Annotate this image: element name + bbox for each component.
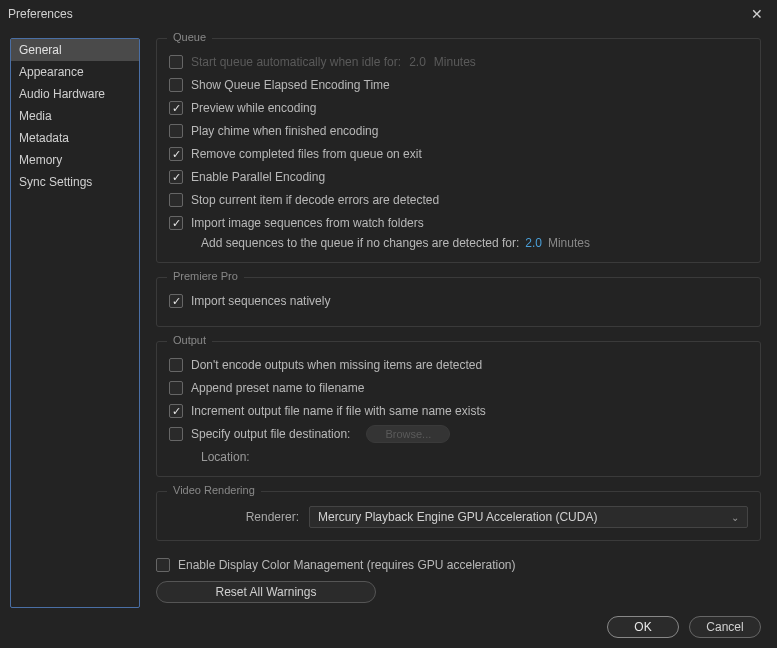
sidebar-item-label: Metadata (19, 131, 69, 145)
label-import-watch[interactable]: Import image sequences from watch folder… (191, 216, 424, 230)
group-title: Video Rendering (167, 484, 261, 496)
label-append-preset[interactable]: Append preset name to filename (191, 381, 364, 395)
checkbox-remove-completed[interactable] (169, 147, 183, 161)
checkbox-stop-decode-err[interactable] (169, 193, 183, 207)
sidebar-item-label: Media (19, 109, 52, 123)
group-video-rendering: Video Rendering Renderer: Mercury Playba… (156, 491, 761, 541)
checkbox-import-native[interactable] (169, 294, 183, 308)
sidebar-item-media[interactable]: Media (11, 105, 139, 127)
sidebar-item-label: Sync Settings (19, 175, 92, 189)
checkbox-chime[interactable] (169, 124, 183, 138)
sidebar-item-metadata[interactable]: Metadata (11, 127, 139, 149)
label-preview[interactable]: Preview while encoding (191, 101, 316, 115)
label-remove-completed[interactable]: Remove completed files from queue on exi… (191, 147, 422, 161)
sidebar-item-label: Memory (19, 153, 62, 167)
chevron-down-icon: ⌄ (731, 512, 739, 523)
checkbox-specify-dest[interactable] (169, 427, 183, 441)
sidebar-item-memory[interactable]: Memory (11, 149, 139, 171)
sidebar-item-label: Appearance (19, 65, 84, 79)
titlebar: Preferences ✕ (0, 0, 777, 28)
sidebar-item-label: Audio Hardware (19, 87, 105, 101)
checkbox-import-watch[interactable] (169, 216, 183, 230)
sidebar-item-audio-hardware[interactable]: Audio Hardware (11, 83, 139, 105)
sidebar-item-label: General (19, 43, 62, 57)
checkbox-show-elapsed[interactable] (169, 78, 183, 92)
group-premiere: Premiere Pro Import sequences natively (156, 277, 761, 327)
checkbox-append-preset[interactable] (169, 381, 183, 395)
browse-button: Browse... (366, 425, 450, 443)
label-stop-decode-err[interactable]: Stop current item if decode errors are d… (191, 193, 439, 207)
value-start-auto[interactable]: 2.0 (409, 55, 426, 69)
label-increment[interactable]: Increment output file name if file with … (191, 404, 486, 418)
cancel-button[interactable]: Cancel (689, 616, 761, 638)
label-show-elapsed[interactable]: Show Queue Elapsed Encoding Time (191, 78, 390, 92)
checkbox-preview[interactable] (169, 101, 183, 115)
checkbox-increment[interactable] (169, 404, 183, 418)
renderer-label: Renderer: (169, 510, 299, 524)
window-title: Preferences (8, 7, 73, 21)
label-chime[interactable]: Play chime when finished encoding (191, 124, 378, 138)
group-output: Output Don't encode outputs when missing… (156, 341, 761, 477)
label-specify-dest[interactable]: Specify output file destination: (191, 427, 350, 441)
renderer-select[interactable]: Mercury Playback Engine GPU Acceleration… (309, 506, 748, 528)
footer: OK Cancel (607, 616, 761, 638)
value-add-seq[interactable]: 2.0 (525, 236, 542, 250)
reset-warnings-button[interactable]: Reset All Warnings (156, 581, 376, 603)
group-title: Output (167, 334, 212, 346)
label-parallel[interactable]: Enable Parallel Encoding (191, 170, 325, 184)
sidebar: General Appearance Audio Hardware Media … (10, 38, 140, 608)
label-dont-encode-missing[interactable]: Don't encode outputs when missing items … (191, 358, 482, 372)
checkbox-color-mgmt[interactable] (156, 558, 170, 572)
label-start-auto[interactable]: Start queue automatically when idle for: (191, 55, 401, 69)
label-add-seq: Add sequences to the queue if no changes… (201, 236, 519, 250)
label-import-native[interactable]: Import sequences natively (191, 294, 330, 308)
checkbox-start-auto[interactable] (169, 55, 183, 69)
main-panel: Queue Start queue automatically when idl… (156, 38, 767, 608)
unit-add-seq: Minutes (548, 236, 590, 250)
group-queue: Queue Start queue automatically when idl… (156, 38, 761, 263)
sidebar-item-general[interactable]: General (11, 39, 139, 61)
group-title: Premiere Pro (167, 270, 244, 282)
sidebar-item-sync-settings[interactable]: Sync Settings (11, 171, 139, 193)
location-label: Location: (201, 450, 250, 464)
close-icon[interactable]: ✕ (745, 4, 769, 24)
label-color-mgmt[interactable]: Enable Display Color Management (require… (178, 558, 516, 572)
unit-start-auto: Minutes (434, 55, 476, 69)
renderer-value: Mercury Playback Engine GPU Acceleration… (318, 510, 597, 524)
sidebar-item-appearance[interactable]: Appearance (11, 61, 139, 83)
group-title: Queue (167, 31, 212, 43)
checkbox-parallel[interactable] (169, 170, 183, 184)
checkbox-dont-encode-missing[interactable] (169, 358, 183, 372)
ok-button[interactable]: OK (607, 616, 679, 638)
